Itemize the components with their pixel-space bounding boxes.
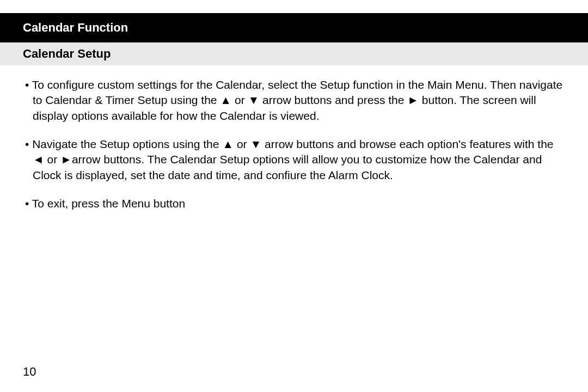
- section-header-black: Calendar Function: [0, 13, 588, 42]
- content-area: To configure custom settings for the Cal…: [0, 65, 588, 211]
- bullet-paragraph: Navigate the Setup options using the ▲ o…: [23, 137, 565, 183]
- bullet-paragraph: To configure custom settings for the Cal…: [23, 77, 565, 124]
- section-title: Calendar Function: [23, 21, 588, 35]
- section-header-grey: Calendar Setup: [0, 42, 588, 65]
- bullet-paragraph: To exit, press the Menu button: [23, 196, 565, 211]
- page-number: 10: [23, 365, 36, 379]
- section-subtitle: Calendar Setup: [23, 47, 588, 61]
